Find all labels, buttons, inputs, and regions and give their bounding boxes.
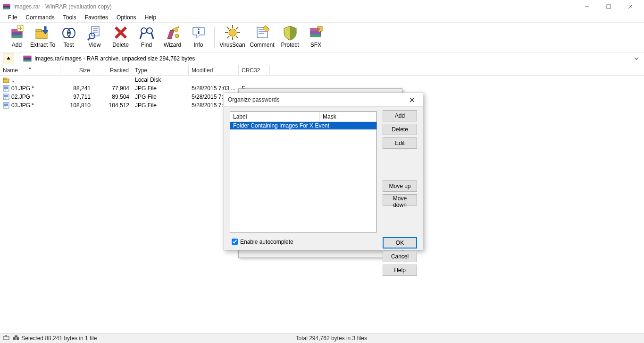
find-icon (139, 25, 155, 41)
svg-rect-29 (146, 30, 147, 31)
toolbar-add[interactable]: Add (4, 25, 30, 48)
svg-rect-75 (17, 337, 19, 340)
dialog-titlebar[interactable]: Organize passwords (224, 93, 423, 107)
minimize-button[interactable] (576, 0, 598, 13)
svg-rect-57 (24, 56, 31, 57)
add-button[interactable]: Add (383, 110, 417, 121)
toolbar-virusscan-label: VirusScan (219, 42, 245, 48)
window-title: Images.rar - WinRAR (evaluation copy) (13, 3, 112, 10)
svg-line-30 (140, 33, 142, 39)
dialog-body: Label Mask Folder Containing Images For … (224, 107, 423, 250)
toolbar-protect[interactable]: Protect (277, 25, 303, 48)
menu-favorites[interactable]: Favorites (81, 13, 112, 22)
toolbar-sfx[interactable]: SFX (303, 25, 329, 48)
path-text[interactable]: Images.rar\Images - RAR archive, unpacke… (34, 55, 632, 62)
close-button[interactable] (619, 0, 641, 13)
col-size[interactable]: Size (60, 65, 93, 75)
up-button[interactable] (3, 53, 14, 64)
svg-line-43 (236, 36, 238, 38)
col-packed[interactable]: Packed (93, 65, 132, 75)
move-down-button[interactable]: Move down (383, 194, 417, 206)
svg-rect-58 (24, 60, 31, 61)
cell-modified: 5/28/2015 7:03 ... (189, 85, 239, 92)
toolbar-find[interactable]: Find (134, 25, 159, 48)
delete-button[interactable]: Delete (383, 124, 417, 135)
menu-options[interactable]: Options (112, 13, 140, 22)
toolbar-view-label: View (89, 42, 101, 48)
menu-commands[interactable]: Commands (21, 13, 59, 22)
cancel-button[interactable]: Cancel (383, 251, 417, 262)
svg-rect-65 (4, 95, 8, 97)
enable-autocomplete-input[interactable] (232, 239, 238, 245)
svg-line-45 (227, 36, 229, 38)
addrbar-separator (19, 53, 19, 64)
cell-size: 97,711 (60, 94, 93, 100)
svg-line-24 (88, 38, 90, 40)
winrar-icon (3, 3, 10, 10)
cell-name: 01.JPG * (11, 85, 34, 92)
status-selected: Selected 88,241 bytes in 1 file (21, 335, 97, 342)
pw-col-label[interactable]: Label (230, 112, 320, 121)
password-list-header[interactable]: Label Mask (230, 112, 376, 122)
cell-type: JPG File (132, 94, 189, 100)
toolbar-wizard-label: Wizard (164, 42, 181, 48)
info-icon (191, 25, 207, 41)
password-entry-selected[interactable]: Folder Containing Images For X Event (230, 122, 376, 129)
image-file-icon (3, 102, 9, 109)
help-button[interactable]: Help (383, 265, 417, 276)
edit-button[interactable]: Edit (383, 137, 417, 149)
password-list[interactable]: Label Mask Folder Containing Images For … (230, 111, 377, 232)
move-up-button[interactable]: Move up (383, 180, 417, 192)
image-file-icon (3, 94, 9, 100)
wizard-icon (165, 25, 181, 41)
menu-tools[interactable]: Tools (59, 13, 81, 22)
pw-col-mask[interactable]: Mask (320, 112, 376, 121)
toolbar-virusscan[interactable]: VirusScan (217, 25, 247, 48)
svg-rect-36 (198, 31, 199, 34)
organize-passwords-dialog: Organize passwords Label Mask Folder Con… (224, 93, 423, 250)
col-type[interactable]: Type (132, 65, 189, 75)
toolbar-comment[interactable]: Comment (247, 25, 277, 48)
toolbar-wizard[interactable]: Wizard (159, 25, 185, 48)
cell-size: 108,810 (60, 102, 93, 109)
svg-rect-72 (3, 336, 9, 340)
toolbar-info[interactable]: Info (185, 25, 211, 48)
image-file-icon (3, 85, 9, 92)
cell-packed: 77,904 (93, 85, 132, 92)
dialog-close-button[interactable] (405, 94, 419, 105)
col-modified[interactable]: Modified (189, 65, 239, 75)
file-list-header[interactable]: Name ▲ Size Packed Type Modified CRC32 (0, 65, 644, 76)
svg-point-34 (175, 34, 179, 38)
toolbar-test[interactable]: Test (56, 25, 82, 48)
menu-file[interactable]: File (4, 13, 21, 22)
dialog-title: Organize passwords (228, 96, 405, 103)
col-name[interactable]: Name ▲ (0, 65, 60, 75)
path-dropdown-icon[interactable] (632, 53, 641, 64)
sort-caret-icon: ▲ (28, 66, 32, 70)
archive-icon (23, 54, 32, 63)
menu-help[interactable]: Help (140, 13, 160, 22)
extract-icon (35, 25, 51, 41)
svg-point-27 (141, 28, 147, 34)
address-bar: Images.rar\Images - RAR archive, unpacke… (0, 52, 644, 65)
toolbar-delete-label: Delete (112, 42, 129, 48)
toolbar-extract[interactable]: Extract To (30, 25, 56, 48)
toolbar-find-label: Find (141, 42, 152, 48)
delete-icon (113, 25, 129, 41)
col-name-label: Name (3, 67, 18, 74)
toolbar-delete[interactable]: Delete (108, 25, 134, 48)
view-icon (87, 25, 103, 41)
dialog-buttons: Add Delete Edit . . Move up Move down . … (383, 110, 417, 278)
svg-rect-4 (607, 5, 611, 9)
toolbar-view[interactable]: View (82, 25, 108, 48)
toolbar-sfx-label: SFX (310, 42, 321, 48)
svg-marker-32 (167, 30, 174, 39)
table-row[interactable]: ..Local Disk (0, 76, 644, 84)
enable-autocomplete-checkbox[interactable]: Enable autocomplete (230, 237, 293, 246)
ok-button[interactable]: OK (383, 237, 417, 249)
maximize-button[interactable] (598, 0, 619, 13)
col-crc32[interactable]: CRC32 (239, 65, 270, 75)
cell-packed: 89,504 (93, 94, 132, 100)
toolbar-separator (214, 26, 215, 48)
toolbar: Add Extract To Test (0, 23, 644, 52)
